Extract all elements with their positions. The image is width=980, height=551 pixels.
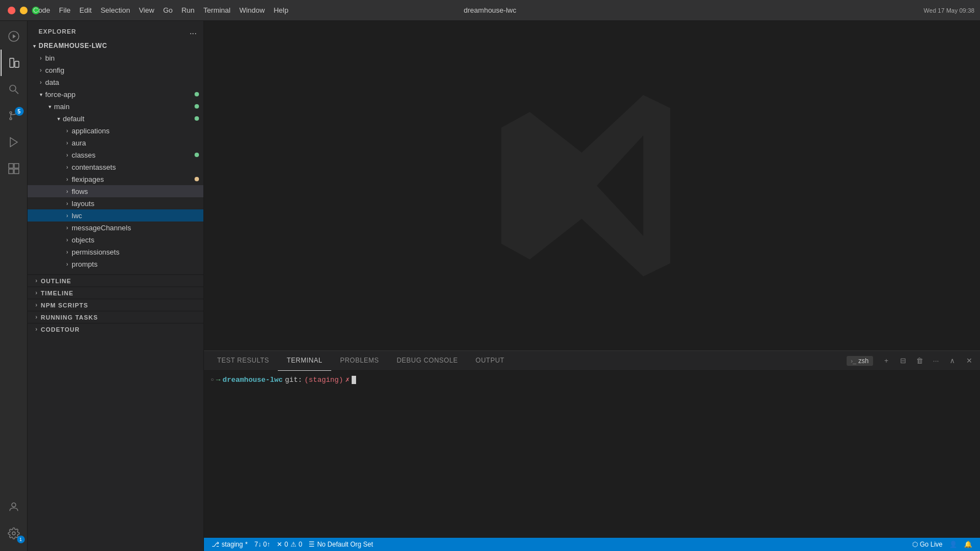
status-accounts[interactable]: 👤 <box>946 538 961 551</box>
section-npm-label: NPM SCRIPTS <box>41 302 88 309</box>
source-control-badge: 5 <box>15 107 24 116</box>
menu-view[interactable]: View <box>139 6 154 14</box>
status-errors[interactable]: ✕ 0 ⚠ 0 <box>273 538 305 551</box>
menu-edit[interactable]: Edit <box>79 6 91 14</box>
menu-terminal[interactable]: Terminal <box>203 6 230 14</box>
activity-extensions-icon[interactable] <box>1 155 27 182</box>
window-title: dreamhouse-lwc <box>464 6 516 14</box>
menu-run[interactable]: Run <box>181 6 195 14</box>
status-sync[interactable]: 7↓ 0↑ <box>251 538 273 551</box>
go-live-icon: ⬡ <box>912 541 918 548</box>
chevron-right-icon: › <box>36 53 45 62</box>
svg-rect-12 <box>14 164 18 168</box>
status-bar: ⎇ staging * 7↓ 0↑ ✕ 0 ⚠ 0 ☰ No Default O… <box>204 538 980 551</box>
tree-item-objects[interactable]: › objects <box>28 234 203 246</box>
section-running-tasks[interactable]: › RUNNING TASKS <box>28 311 203 323</box>
sidebar-more-actions[interactable]: ... <box>190 26 197 36</box>
terminal-shell-name: zsh <box>858 357 869 365</box>
root-label: DREAMHOUSE-LWC <box>39 42 203 50</box>
folder-classes-label: classes <box>72 151 195 159</box>
terminal-prompt: ○ → dreamhouse-lwc git: (staging) ✗ <box>211 375 973 384</box>
sync-label: 7↓ 0↑ <box>254 541 270 548</box>
tab-problems[interactable]: PROBLEMS <box>331 351 388 371</box>
activity-run-icon[interactable] <box>1 23 27 50</box>
chevron-right-icon: › <box>32 277 41 285</box>
tree-item-data[interactable]: › data <box>28 76 203 88</box>
settings-badge: 1 <box>17 536 25 543</box>
tree-root[interactable]: ▾ DREAMHOUSE-LWC <box>28 40 203 52</box>
tree-item-contentassets[interactable]: › contentassets <box>28 161 203 173</box>
vscode-logo <box>487 81 697 290</box>
main-content: TEST RESULTS TERMINAL PROBLEMS DEBUG CON… <box>204 21 980 551</box>
section-timeline[interactable]: › TIMELINE <box>28 287 203 299</box>
tree-item-flows[interactable]: › flows <box>28 185 203 197</box>
tree-item-bin[interactable]: › bin <box>28 52 203 64</box>
trash-terminal-button[interactable]: 🗑 <box>913 354 926 368</box>
prompt-path: dreamhouse-lwc <box>223 376 283 384</box>
activity-search-icon[interactable] <box>1 76 27 102</box>
tree-item-classes[interactable]: › classes <box>28 149 203 161</box>
activity-explorer-icon[interactable] <box>1 50 27 76</box>
prompt-arrow: → <box>216 376 220 384</box>
folder-objects-label: objects <box>72 236 203 244</box>
close-button[interactable] <box>8 7 15 14</box>
chevron-down-icon: ▾ <box>45 102 54 111</box>
terminal-name-badge: ›_ zsh <box>847 356 873 366</box>
activity-accounts-icon[interactable] <box>1 494 27 520</box>
activity-source-control-icon[interactable]: 5 <box>1 102 27 129</box>
chevron-down-icon: ▾ <box>30 41 39 50</box>
status-notifications[interactable]: 🔔 <box>961 538 976 551</box>
tab-terminal[interactable]: TERMINAL <box>278 351 331 371</box>
maximize-panel-button[interactable]: ∧ <box>946 354 959 368</box>
folder-force-app-label: force-app <box>45 90 195 99</box>
tree-item-lwc[interactable]: › lwc <box>28 209 203 222</box>
tree-item-config[interactable]: › config <box>28 64 203 76</box>
tree-item-messagechannels[interactable]: › messageChannels <box>28 222 203 234</box>
terminal-shell-icon: ›_ <box>851 358 857 364</box>
section-timeline-label: TIMELINE <box>41 290 73 296</box>
tree-item-default[interactable]: ▾ default <box>28 112 203 125</box>
status-branch[interactable]: ⎇ staging * <box>208 538 251 551</box>
menu-window[interactable]: Window <box>239 6 265 14</box>
status-org[interactable]: ☰ No Default Org Set <box>305 538 376 551</box>
menu-selection[interactable]: Selection <box>100 6 130 14</box>
tab-debug-console[interactable]: DEBUG CONSOLE <box>388 351 467 371</box>
menu-code[interactable]: Code <box>33 6 50 14</box>
folder-contentassets-label: contentassets <box>72 163 203 171</box>
terminal-tabs: TEST RESULTS TERMINAL PROBLEMS DEBUG CON… <box>204 351 980 371</box>
menu-file[interactable]: File <box>59 6 71 14</box>
activity-debug-icon[interactable] <box>1 129 27 155</box>
tab-output[interactable]: OUTPUT <box>467 351 513 371</box>
bell-icon: 🔔 <box>964 541 972 548</box>
more-actions-button[interactable]: ··· <box>929 354 943 368</box>
terminal-content[interactable]: ○ → dreamhouse-lwc git: (staging) ✗ <box>204 371 980 538</box>
minimize-button[interactable] <box>20 7 28 14</box>
tree-item-prompts[interactable]: › prompts <box>28 258 203 270</box>
tree-item-force-app[interactable]: ▾ force-app <box>28 88 203 100</box>
close-panel-button[interactable]: ✕ <box>962 354 976 368</box>
branch-icon: ⎇ <box>212 541 219 548</box>
tree-item-aura[interactable]: › aura <box>28 137 203 149</box>
title-bar: Code File Edit Selection View Go Run Ter… <box>0 0 980 21</box>
tab-test-results[interactable]: TEST RESULTS <box>208 351 278 371</box>
section-outline[interactable]: › OUTLINE <box>28 274 203 287</box>
folder-aura-label: aura <box>72 139 203 147</box>
section-codetour[interactable]: › CODETOUR <box>28 323 203 335</box>
menu-help[interactable]: Help <box>273 6 288 14</box>
svg-point-6 <box>9 118 12 120</box>
tree-item-flexipages[interactable]: › flexipages <box>28 173 203 185</box>
branch-name: staging <box>222 541 243 548</box>
section-npm-scripts[interactable]: › NPM SCRIPTS <box>28 299 203 311</box>
tree-item-layouts[interactable]: › layouts <box>28 197 203 209</box>
date-time: Wed 17 May 09:38 <box>924 7 974 14</box>
split-terminal-button[interactable]: ⊟ <box>896 354 909 368</box>
tree-item-applications[interactable]: › applications <box>28 125 203 137</box>
tree-item-permissionsets[interactable]: › permissionsets <box>28 246 203 258</box>
error-icon: ✕ <box>277 541 282 548</box>
activity-settings-icon[interactable]: 1 <box>1 520 27 547</box>
tree-item-main[interactable]: ▾ main <box>28 100 203 112</box>
go-live-label: Go Live <box>920 541 943 548</box>
add-terminal-button[interactable]: + <box>880 354 893 368</box>
menu-go[interactable]: Go <box>163 6 173 14</box>
status-go-live[interactable]: ⬡ Go Live <box>909 538 946 551</box>
